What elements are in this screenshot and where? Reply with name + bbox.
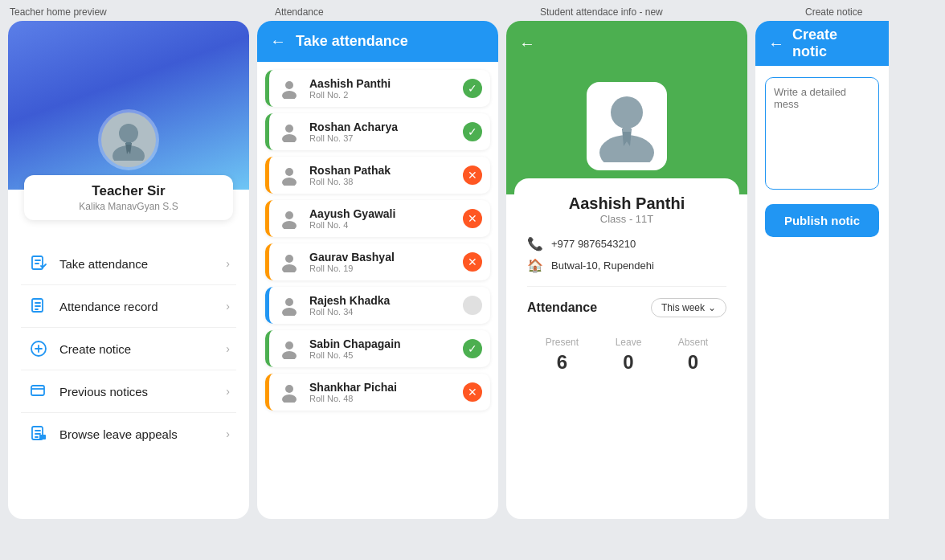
teacher-name-card: Teacher Sir Kalika ManavGyan S.S <box>24 175 233 220</box>
publish-button[interactable]: Publish notic <box>765 204 879 237</box>
roll-number: Roll No. 45 <box>309 350 455 360</box>
student-name: Rajesh Khadka <box>309 294 455 307</box>
menu-label-previous-notices: Previous notices <box>59 385 226 399</box>
teacher-avatar-wrap <box>98 109 159 170</box>
student-header: ← <box>506 21 747 66</box>
attendance-list-item[interactable]: Roshan Pathak Roll No. 38 ✕ <box>265 157 490 194</box>
present-value: 6 <box>546 351 579 374</box>
svg-point-23 <box>282 351 297 359</box>
svg-point-26 <box>611 96 643 129</box>
svg-point-0 <box>119 124 138 143</box>
panel3-label: Student attendace info - new <box>530 6 796 18</box>
student-avatar <box>587 82 667 170</box>
student-info: Sabin Chapagain Roll No. 45 <box>309 337 455 360</box>
menu-item-attendance-record[interactable]: Attendance record › <box>21 285 236 328</box>
notice-body: Publish notic <box>755 66 889 248</box>
back-button[interactable]: ← <box>270 32 286 51</box>
menu-item-previous-notices[interactable]: Previous notices › <box>21 370 236 413</box>
panel2-label: Attendance <box>265 6 530 18</box>
menu-label-take-attendance: Take attendance <box>59 257 226 271</box>
student-info-panel: ← Aashish Panthi Class - 11T 📞 +977 9876… <box>506 21 747 519</box>
absent-icon: ✕ <box>463 166 482 185</box>
phone-icon: 📞 <box>527 236 543 251</box>
menu-item-browse-leave-appeals[interactable]: Browse leave appeals › <box>21 413 236 455</box>
student-name: Shankhar Pichai <box>309 381 455 394</box>
menu-label-create-notice: Create notice <box>59 342 226 356</box>
svg-rect-7 <box>31 386 44 395</box>
attendance-list-item[interactable]: Aayush Gyawali Roll No. 4 ✕ <box>265 200 490 237</box>
attendance-list-item[interactable]: Roshan Acharya Roll No. 37 ✓ <box>265 113 490 150</box>
week-filter-label: This week <box>661 302 705 313</box>
att-section-header: Attendance This week ⌄ <box>527 298 726 317</box>
notice-title: Create notic <box>792 27 876 60</box>
week-filter-badge[interactable]: This week ⌄ <box>651 298 726 317</box>
person-icon <box>277 76 301 100</box>
plus-icon <box>27 337 50 360</box>
svg-point-25 <box>282 394 297 403</box>
person-icon <box>277 163 301 187</box>
student-name: Roshan Acharya <box>309 121 455 133</box>
svg-rect-3 <box>126 142 131 145</box>
chevron-right-icon: › <box>226 300 230 313</box>
svg-point-13 <box>282 134 297 142</box>
chevron-right-icon: › <box>226 342 230 355</box>
student-class: Class - 11T <box>527 213 726 225</box>
chevron-down-icon: ⌄ <box>708 302 716 313</box>
attendance-section: Attendance This week ⌄ Present 6 Leave 0 <box>527 286 726 382</box>
svg-point-17 <box>282 221 297 229</box>
address-text: Butwal-10, Rupendehi <box>551 260 654 272</box>
attendance-list-item[interactable]: Gaurav Bashyal Roll No. 19 ✕ <box>265 243 490 280</box>
absent-label: Absent <box>678 337 708 348</box>
roll-number: Roll No. 2 <box>309 90 455 100</box>
avatar <box>101 112 156 167</box>
leave-value: 0 <box>616 351 642 374</box>
teacher-name: Teacher Sir <box>47 183 211 199</box>
present-stat: Present 6 <box>546 337 579 374</box>
student-name: Sabin Chapagain <box>309 337 455 350</box>
present-icon: ✓ <box>463 122 482 141</box>
monitor-icon <box>27 380 50 403</box>
att-section-title: Attendance <box>527 300 597 315</box>
partial-icon <box>463 296 482 315</box>
attendance-list-item[interactable]: Aashish Panthi Roll No. 2 ✓ <box>265 70 490 107</box>
teacher-home-panel: Teacher Sir Kalika ManavGyan S.S Take at… <box>8 21 249 519</box>
phone-number: +977 9876543210 <box>551 238 636 250</box>
roll-number: Roll No. 48 <box>309 394 455 403</box>
student-back-button[interactable]: ← <box>519 35 535 53</box>
attendance-list-item[interactable]: Sabin Chapagain Roll No. 45 ✓ <box>265 330 490 367</box>
menu-label-browse-leave-appeals: Browse leave appeals <box>59 427 226 441</box>
attendance-list-item[interactable]: Shankhar Pichai Roll No. 48 ✕ <box>265 374 490 411</box>
student-name: Roshan Pathak <box>309 164 455 177</box>
person-icon <box>277 337 301 361</box>
menu-label-attendance-record: Attendance record <box>59 300 226 313</box>
chevron-right-icon: › <box>226 427 230 440</box>
phone-row: 📞 +977 9876543210 <box>527 236 726 251</box>
absent-icon: ✕ <box>463 209 482 228</box>
svg-point-10 <box>285 81 293 89</box>
person-icon <box>277 293 301 317</box>
panel1-label: Teacher home preview <box>0 6 265 18</box>
absent-stat: Absent 0 <box>678 337 708 374</box>
svg-point-20 <box>285 298 293 306</box>
student-info: Aayush Gyawali Roll No. 4 <box>309 207 455 230</box>
attendance-header: ← Take attendance <box>257 21 498 62</box>
svg-point-14 <box>285 168 293 176</box>
absent-icon: ✕ <box>463 382 482 402</box>
menu-item-take-attendance[interactable]: Take attendance › <box>21 243 236 285</box>
list-icon <box>27 295 50 317</box>
person-icon <box>277 250 301 274</box>
student-profile-section <box>506 66 747 194</box>
menu-item-create-notice[interactable]: Create notice › <box>21 328 236 370</box>
roll-number: Roll No. 37 <box>309 133 455 143</box>
student-info: Shankhar Pichai Roll No. 48 <box>309 381 455 403</box>
present-icon: ✓ <box>463 339 482 358</box>
att-stats: Present 6 Leave 0 Absent 0 <box>527 329 726 382</box>
absent-value: 0 <box>678 351 708 374</box>
roll-number: Roll No. 19 <box>309 264 455 273</box>
leave-stat: Leave 0 <box>616 337 642 374</box>
student-name: Aayush Gyawali <box>309 207 455 220</box>
teacher-header <box>8 21 249 190</box>
notice-textarea[interactable] <box>765 77 879 190</box>
notice-back-button[interactable]: ← <box>768 35 784 53</box>
attendance-list-item[interactable]: Rajesh Khadka Roll No. 34 <box>265 287 490 324</box>
